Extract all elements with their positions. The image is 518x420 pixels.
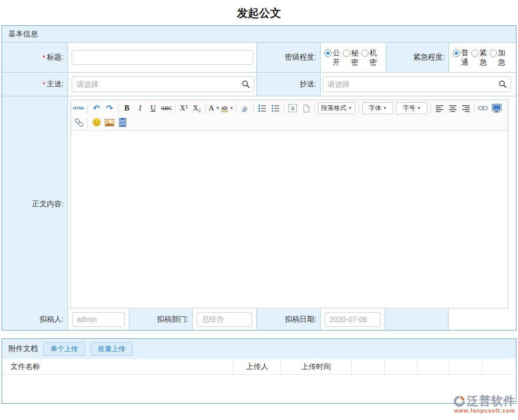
- bold-button[interactable]: B: [121, 102, 133, 114]
- toolbar-separator: [284, 104, 284, 113]
- column-empty: [352, 359, 385, 374]
- editor-toolbar: HTML ↶ ↷ B I U ABC X² X₂: [71, 100, 508, 131]
- watermark-site: www.fanpusoft.com: [453, 407, 515, 414]
- redo-icon[interactable]: ↷: [103, 102, 116, 114]
- radio-urgency-normal[interactable]: 普通: [453, 48, 469, 67]
- attachments-header: 附件文档 单个上传 批量上传: [2, 339, 516, 359]
- font-family-select[interactable]: 字体▼: [362, 102, 394, 114]
- new-page-icon[interactable]: [300, 102, 312, 114]
- cc-input[interactable]: [323, 76, 511, 92]
- chevron-down-icon: ▼: [230, 106, 234, 111]
- row-title-secrecy-urgency: * 标题: 密级程度: 公开 秘密 机密: [2, 43, 516, 73]
- basic-info-title: 基本信息: [8, 29, 38, 39]
- column-empty: [385, 359, 417, 374]
- secrecy-radio-group: 公开 秘密 机密: [321, 43, 386, 72]
- align-center-icon[interactable]: [446, 102, 459, 114]
- source-code-button[interactable]: HTML: [73, 102, 85, 114]
- title-input-cell: [68, 43, 257, 72]
- drafter-label-cell: 拟稿人:: [2, 309, 68, 330]
- toolbar-separator: [87, 118, 88, 127]
- toolbar-separator: [175, 104, 175, 113]
- hyperlink-icon[interactable]: [73, 116, 85, 128]
- draft-date-label-cell: 拟稿日期:: [257, 309, 321, 330]
- urgency-label-cell: 紧急程度:: [386, 43, 449, 72]
- toolbar-separator: [205, 104, 206, 113]
- attachments-table-body: [2, 375, 516, 403]
- align-right-icon[interactable]: [460, 102, 472, 114]
- strikethrough-button[interactable]: ABC: [160, 102, 173, 114]
- toolbar-separator: [118, 104, 118, 113]
- radio-urgency-urgent[interactable]: 紧急: [471, 48, 487, 67]
- page: 发起公文 基本信息 * 标题: 密级程度: 公开: [0, 0, 518, 420]
- content-label: 正文内容:: [32, 199, 64, 209]
- editor-content-area[interactable]: [71, 131, 508, 308]
- column-upload-time: 上传时间: [281, 359, 352, 374]
- radio-icon: [471, 49, 479, 57]
- urgency-radio-group: 普通 紧急 加急: [449, 43, 516, 72]
- highlight-color-button[interactable]: ab▼: [221, 102, 234, 114]
- underline-button[interactable]: U: [147, 102, 160, 114]
- radio-urgency-extra-urgent[interactable]: 加急: [490, 48, 505, 67]
- search-icon[interactable]: [499, 80, 507, 88]
- draft-date-input-cell: [321, 309, 385, 330]
- radio-icon: [343, 49, 350, 57]
- paragraph-format-select[interactable]: 段落格式▼: [318, 102, 355, 114]
- draft-date-label: 拟稿日期:: [285, 315, 316, 324]
- drafter-input[interactable]: [72, 312, 125, 327]
- italic-button[interactable]: I: [134, 102, 146, 114]
- cc-input-cell: [321, 73, 516, 96]
- cc-label: 抄送:: [300, 79, 316, 89]
- radio-secrecy-confidential[interactable]: 机密: [361, 48, 377, 67]
- radio-icon: [361, 49, 368, 57]
- emoticon-icon[interactable]: [90, 116, 103, 128]
- chevron-down-icon: ▼: [216, 106, 220, 111]
- font-color-button[interactable]: A▼: [208, 102, 221, 114]
- empty-content-cell: [449, 309, 516, 330]
- media-icon[interactable]: [116, 116, 129, 128]
- main-send-label-cell: * 主送:: [2, 73, 68, 96]
- drafter-input-cell: [68, 309, 130, 330]
- font-size-select[interactable]: 字号▼: [396, 102, 427, 114]
- ordered-list-icon[interactable]: [256, 102, 268, 114]
- cc-label-cell: 抄送:: [257, 73, 321, 96]
- anchor-button[interactable]: a: [286, 102, 299, 114]
- title-label: 标题:: [47, 53, 64, 62]
- main-send-input[interactable]: [72, 76, 254, 92]
- fullscreen-icon[interactable]: [491, 102, 503, 114]
- toolbar-separator: [87, 104, 88, 113]
- main-send-input-cell: [68, 73, 257, 96]
- attachments-table-header: 文件名称 上传人 上传时间: [2, 359, 516, 375]
- draft-dept-input[interactable]: [197, 312, 252, 327]
- undo-icon[interactable]: ↶: [90, 102, 103, 114]
- title-input[interactable]: [72, 50, 253, 65]
- attachments-section: 附件文档 单个上传 批量上传 文件名称 上传人 上传时间: [2, 338, 516, 404]
- image-icon[interactable]: [103, 116, 116, 128]
- superscript-button[interactable]: X²: [177, 102, 190, 114]
- radio-secrecy-secret[interactable]: 秘密: [343, 48, 358, 67]
- secrecy-label: 密级程度:: [285, 53, 316, 62]
- batch-upload-button[interactable]: 批量上传: [91, 342, 133, 356]
- row-body-content: 正文内容: HTML ↶ ↷ B I U ABC: [2, 96, 516, 309]
- toolbar-separator: [474, 104, 475, 113]
- basic-info-section: 基本信息 * 标题: 密级程度: 公开 秘密: [2, 25, 516, 331]
- required-asterisk: *: [43, 81, 45, 88]
- draft-dept-label: 拟稿部门:: [157, 315, 188, 324]
- attachments-title: 附件文档: [8, 344, 38, 354]
- link-icon[interactable]: [477, 102, 490, 114]
- unordered-list-icon[interactable]: [269, 102, 282, 114]
- search-icon[interactable]: [242, 80, 250, 88]
- column-file-name: 文件名称: [2, 359, 234, 374]
- editor-cell: HTML ↶ ↷ B I U ABC X² X₂: [68, 96, 516, 312]
- radio-secrecy-public[interactable]: 公开: [324, 48, 340, 67]
- align-left-icon[interactable]: [433, 102, 446, 114]
- basic-info-header: 基本信息: [2, 26, 516, 43]
- remove-format-icon[interactable]: [238, 102, 251, 114]
- chevron-down-icon: ▼: [348, 106, 352, 111]
- secrecy-label-cell: 密级程度:: [257, 43, 321, 72]
- row-send-cc: * 主送: 抄送:: [2, 73, 516, 96]
- draft-date-input[interactable]: [325, 312, 381, 327]
- subscript-button[interactable]: X₂: [191, 102, 203, 114]
- toolbar-separator: [314, 104, 315, 113]
- single-upload-button[interactable]: 单个上传: [43, 342, 85, 356]
- column-empty: [482, 359, 516, 374]
